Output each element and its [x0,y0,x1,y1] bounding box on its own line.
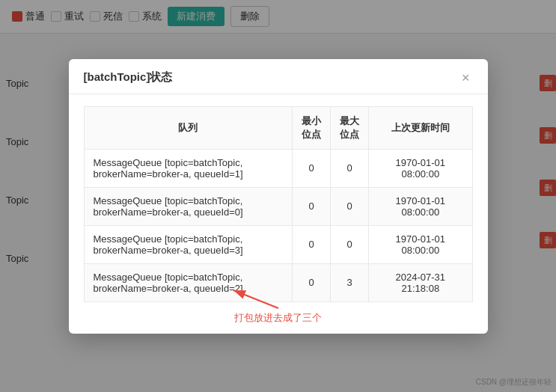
modal-body: 队列 最小位点 最大位点 上次更新时间 MessageQueue [topic=… [69,94,488,302]
col-header-time: 上次更新时间 [369,106,472,149]
cell-queue-2: MessageQueue [topic=batchTopic, brokerNa… [84,225,293,263]
cell-queue-0: MessageQueue [topic=batchTopic, brokerNa… [84,149,293,187]
annotation-area: 打包放进去成了三个 [69,302,488,334]
cell-max-0: 0 [331,149,369,187]
table-row: MessageQueue [topic=batchTopic, brokerNa… [84,149,472,187]
modal-overlay: [batchTopic]状态 × 队列 最小位点 最大位点 上次更新时间 Mes… [0,0,556,392]
table-row: MessageQueue [topic=batchTopic, brokerNa… [84,187,472,225]
cell-min-3: 0 [293,263,331,301]
cell-min-2: 0 [293,225,331,263]
modal-header: [batchTopic]状态 × [69,59,488,94]
cell-queue-1: MessageQueue [topic=batchTopic, brokerNa… [84,187,293,225]
cell-max-1: 0 [331,187,369,225]
modal-close-button[interactable]: × [459,70,473,86]
table-header-row: 队列 最小位点 最大位点 上次更新时间 [84,106,472,149]
col-header-queue: 队列 [84,106,293,149]
cell-time-1: 1970-01-0108:00:00 [369,187,472,225]
cell-max-2: 0 [331,225,369,263]
annotation-text: 打包放进去成了三个 [234,311,322,325]
svg-line-1 [233,290,278,308]
cell-time-3: 2024-07-3121:18:08 [369,263,472,301]
modal-dialog: [batchTopic]状态 × 队列 最小位点 最大位点 上次更新时间 Mes… [69,59,488,334]
modal-title: [batchTopic]状态 [84,70,173,85]
cell-min-0: 0 [293,149,331,187]
cell-time-2: 1970-01-0108:00:00 [369,225,472,263]
cell-max-3: 3 [331,263,369,301]
col-header-min: 最小位点 [293,106,331,149]
status-table: 队列 最小位点 最大位点 上次更新时间 MessageQueue [topic=… [84,106,473,302]
table-row: MessageQueue [topic=batchTopic, brokerNa… [84,225,472,263]
col-header-max: 最大位点 [331,106,369,149]
annotation-arrow [219,287,286,310]
cell-time-0: 1970-01-0108:00:00 [369,149,472,187]
cell-min-1: 0 [293,187,331,225]
